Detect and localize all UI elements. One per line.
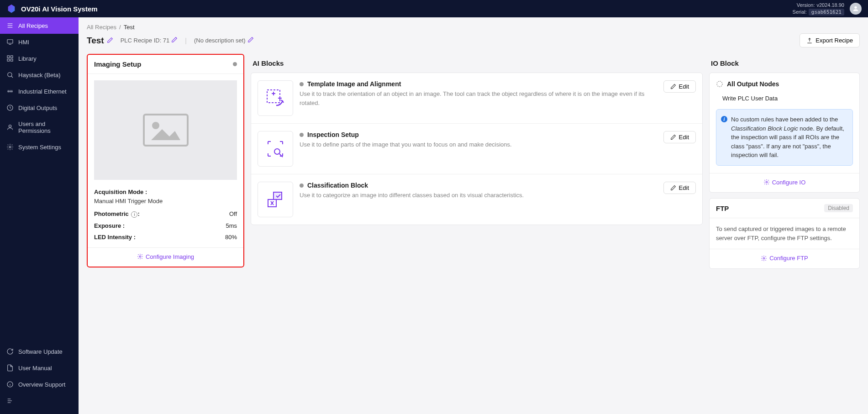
configure-imaging-link[interactable]: Configure Imaging [137,253,194,260]
photometric-value: Off [229,210,237,218]
ai-block-inspection-setup: Inspection Setup Use it to define parts … [251,124,702,174]
imaging-setup-card: Imaging Setup Acquisition Mode : Manual … [87,54,244,267]
svg-point-10 [8,73,12,77]
svg-point-34 [274,149,280,154]
configure-io-link[interactable]: Configure IO [763,179,806,186]
write-plc-user-data[interactable]: Write PLC User Data [710,91,859,109]
svg-point-0 [854,6,857,9]
sidebar-item-user-manual[interactable]: User Manual [0,360,79,376]
template-alignment-icon [258,80,293,116]
ftp-card: FTP Disabled To send captured or trigger… [709,198,860,269]
sidebar-item-hmi[interactable]: HMI [0,34,79,50]
acquisition-mode-label: Acquisition Mode : [94,189,147,195]
led-intensity-label: LED Intensity : [94,234,136,241]
serial-label: Serial: [793,9,807,15]
sidebar: All Recipes HMI Library Haystack (Beta) … [0,17,79,414]
classification-block-desc: Use it to categorize an image into diffe… [300,191,657,200]
sidebar-item-library[interactable]: Library [0,50,79,67]
inspection-block-name: Inspection Setup [307,131,359,138]
sidebar-item-settings[interactable]: System Settings [0,139,79,155]
svg-marker-27 [151,129,180,140]
classification-block-name: Classification Block [307,182,368,189]
ai-blocks-title: AI Blocks [251,54,703,73]
io-info-box: i No custom rules have been added to the… [716,109,853,166]
ftp-description: To send captured or triggered images to … [710,218,859,249]
image-preview-placeholder [94,80,237,180]
template-block-name: Template Image and Alignment [307,80,401,88]
sidebar-collapse-toggle[interactable] [0,393,79,410]
list-icon [6,22,14,29]
plc-recipe-id: PLC Recipe ID: 71 [121,37,170,44]
svg-rect-7 [11,56,13,58]
info-icon [6,381,14,388]
photometric-label: Photometric [94,210,129,217]
ai-block-classification: Classification Block Use it to categoriz… [251,174,702,225]
sidebar-item-haystack[interactable]: Haystack (Beta) [0,67,79,83]
breadcrumb: All Recipes/Test [79,17,868,31]
recipe-name: Test [87,36,104,46]
recipe-description: (No description set) [194,37,246,44]
led-intensity-value: 80% [225,234,237,241]
exposure-label: Exposure : [94,222,125,229]
photometric-info-icon[interactable]: i [131,211,137,218]
sidebar-item-digital-outputs[interactable]: Digital Outputs [0,100,79,116]
sidebar-item-support[interactable]: Overview Support [0,376,79,393]
ftp-status-badge: Disabled [824,204,853,212]
template-block-desc: Use it to track the orientation of an ob… [300,89,657,107]
io-block-title: IO Block [709,54,860,73]
sidebar-item-all-recipes[interactable]: All Recipes [0,17,79,34]
user-avatar[interactable] [850,3,862,15]
ftp-title: FTP [716,204,729,212]
inspection-status-dot [300,133,304,137]
template-status-dot [300,82,304,86]
monitor-icon [6,38,14,46]
edit-name-icon[interactable] [107,36,113,46]
sidebar-item-industrial-ethernet[interactable]: Industrial Ethernet [0,83,79,100]
app-title: OV20i AI Vision System [21,5,98,13]
acquisition-mode-value: Manual HMI Trigger Mode [94,198,237,208]
search-icon [6,71,14,79]
io-block-card: All Output Nodes Write PLC User Data i N… [709,73,860,193]
sidebar-item-software-update[interactable]: Software Update [0,343,79,360]
svg-point-41 [766,181,768,183]
ai-blocks-card: Template Image and Alignment Use it to t… [251,73,703,225]
inspection-setup-icon [258,131,293,167]
inspection-block-desc: Use it to define parts of the image that… [300,140,657,149]
svg-point-42 [763,257,765,259]
edit-inspection-button[interactable]: Edit [663,131,696,143]
edit-template-button[interactable]: Edit [663,80,696,93]
ai-block-template-alignment: Template Image and Alignment Use it to t… [251,73,702,124]
breadcrumb-root[interactable]: All Recipes [87,24,116,31]
svg-point-40 [717,81,722,87]
gear-icon [6,143,14,151]
svg-line-11 [11,76,13,78]
svg-rect-4 [7,40,13,43]
classification-status-dot [300,183,304,188]
app-header: OV20i AI Vision System Version:v2024.18.… [0,0,868,17]
svg-point-26 [152,122,159,129]
edit-classification-button[interactable]: Edit [663,182,696,194]
imaging-setup-title: Imaging Setup [94,60,141,68]
classification-icon [258,182,293,217]
version-label: Version: [797,2,815,8]
info-icon: i [721,116,727,122]
clock-icon [6,104,14,111]
sidebar-item-users[interactable]: Users and Permissions [0,116,79,139]
breadcrumb-current: Test [124,24,135,31]
all-output-nodes-label: All Output Nodes [727,80,779,88]
serial-value: gsab651621 [809,9,844,16]
ethernet-icon [6,88,14,95]
edit-description-icon[interactable] [247,37,254,44]
file-icon [6,364,14,372]
svg-point-18 [9,146,11,148]
edit-plc-id-icon[interactable] [171,37,178,44]
version-value: v2024.18.90 [816,2,844,8]
user-icon [6,124,14,131]
export-recipe-button[interactable]: Export Recipe [800,33,860,47]
configure-ftp-link[interactable]: Configure FTP [761,255,808,262]
svg-point-28 [139,256,141,257]
svg-rect-6 [7,56,10,58]
main-content: All Recipes/Test Test PLC Recipe ID: 71 … [79,17,868,414]
grid-icon [6,55,14,62]
svg-rect-8 [7,59,10,61]
